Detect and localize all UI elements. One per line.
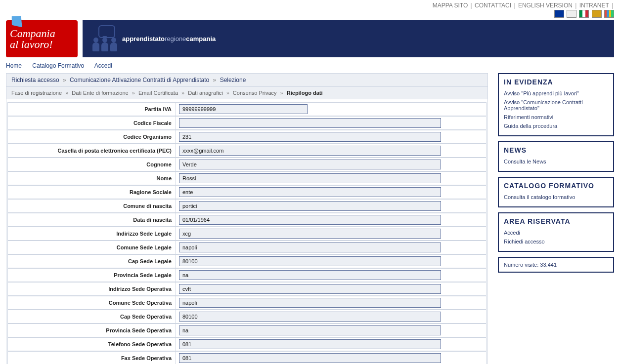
- label-ragione: Ragione Sociale: [7, 185, 176, 199]
- label-ind-legale: Indirizzo Sede Legale: [7, 227, 176, 241]
- summary-table: Partita IVA 99999999999 Codice Fiscale C…: [7, 102, 487, 364]
- crumb-richiesta-accesso[interactable]: Richiesta accesso: [11, 77, 59, 83]
- nav-catalogo[interactable]: Catalogo Formativo: [32, 62, 84, 69]
- logo-italy: [579, 10, 589, 18]
- chevron-right-icon: »: [181, 90, 184, 96]
- evidenza-item[interactable]: Guida della procedura: [504, 121, 608, 130]
- value-com-oper: napoli: [179, 298, 441, 308]
- label-com-oper: Comune Sede Operativa: [7, 296, 176, 310]
- link-mappa-sito[interactable]: MAPPA SITO: [433, 2, 468, 9]
- label-cap-legale: Cap Sede Legale: [7, 254, 176, 268]
- label-org: Codice Organismo: [7, 130, 176, 144]
- box-title: AREA RISERVATA: [504, 217, 608, 225]
- logo-emblem: [567, 10, 576, 18]
- logo-line2: al lavoro!: [10, 39, 74, 50]
- news-item[interactable]: Consulta le News: [504, 157, 608, 166]
- value-data-nasc: 01/01/1964: [179, 215, 441, 225]
- box-catalogo: CATALOGO FORMATIVO Consulta il catalogo …: [498, 177, 614, 207]
- label-com-legale: Comune Sede Legale: [7, 241, 176, 254]
- area-item-richiedi[interactable]: Richiedi accesso: [504, 237, 608, 246]
- box-title: CATALOGO FORMATIVO: [504, 182, 608, 190]
- evidenza-item[interactable]: Avviso "Più apprendi più lavori": [504, 89, 608, 98]
- step-privacy: Consenso Privacy: [233, 90, 277, 96]
- link-intranet[interactable]: INTRANET: [579, 2, 609, 9]
- box-area-riservata: AREA RISERVATA Accedi Richiedi accesso: [498, 212, 614, 252]
- box-title: IN EVIDENZA: [504, 78, 608, 86]
- separator: |: [514, 2, 515, 9]
- value-com-legale: napoli: [179, 243, 441, 252]
- value-cognome: Verde: [179, 160, 441, 169]
- chevron-right-icon: »: [65, 90, 68, 96]
- visits-value: 33.441: [540, 262, 557, 268]
- value-ind-legale: xcg: [179, 229, 441, 239]
- crumb-comunicazione[interactable]: Comunicazione Attivazione Contratti di A…: [70, 77, 209, 83]
- nav-home[interactable]: Home: [6, 62, 22, 69]
- evidenza-item[interactable]: Riferimenti normativi: [504, 113, 608, 121]
- logo-region: [592, 10, 602, 18]
- site-logo[interactable]: Campania al lavoro!: [6, 20, 78, 57]
- visits-counter: Numero visite: 33.441: [498, 257, 614, 273]
- chevron-right-icon: »: [213, 77, 217, 83]
- chevron-right-icon: »: [132, 90, 135, 96]
- breadcrumb-wizard: Fase di registrazione » Dati Ente di for…: [6, 87, 488, 99]
- label-pec: Casella di posta elettronica certificata…: [7, 144, 176, 158]
- value-cap-legale: 80100: [179, 256, 441, 266]
- area-item-accedi[interactable]: Accedi: [504, 228, 608, 237]
- chevron-right-icon: »: [63, 77, 66, 83]
- value-ragione: ente: [179, 187, 441, 197]
- label-prov-oper: Provincia Sede Operativa: [7, 324, 176, 337]
- link-contattaci[interactable]: CONTATTACI: [475, 2, 511, 9]
- main-content: Richiesta accesso » Comunicazione Attiva…: [6, 73, 488, 364]
- main-nav: Home Catalogo Formativo Accedi: [0, 57, 620, 73]
- value-com-nasc: portici: [179, 201, 441, 211]
- banner-text: apprendistatoregionecampania: [122, 35, 216, 42]
- value-nome: Rossi: [179, 173, 441, 183]
- chevron-right-icon: »: [226, 90, 229, 96]
- step-email: Email Certificata: [138, 90, 178, 96]
- link-english-version[interactable]: ENGLISH VERSION: [518, 2, 573, 9]
- value-cf: [179, 118, 441, 128]
- crumb-selezione[interactable]: Selezione: [220, 77, 246, 83]
- header-banner: apprendistatoregionecampania: [83, 20, 614, 57]
- chevron-right-icon: »: [280, 90, 283, 96]
- box-in-evidenza: IN EVIDENZA Avviso "Più apprendi più lav…: [498, 73, 614, 136]
- logo-eu: [554, 10, 564, 18]
- value-piva: 99999999999: [179, 104, 308, 114]
- box-title: NEWS: [504, 146, 608, 154]
- value-prov-legale: na: [179, 270, 441, 280]
- visits-label: Numero visite:: [504, 262, 538, 268]
- nav-accedi[interactable]: Accedi: [94, 62, 112, 69]
- label-nome: Nome: [7, 171, 176, 185]
- separator: |: [471, 2, 472, 9]
- value-org: 231: [179, 132, 441, 142]
- label-fax-oper: Fax Sede Operativa: [7, 351, 176, 364]
- value-fax-oper: 081: [179, 353, 441, 363]
- label-com-nasc: Comune di nascita: [7, 199, 176, 213]
- separator: |: [575, 2, 576, 9]
- separator: |: [612, 2, 613, 9]
- label-cognome: Cognome: [7, 158, 176, 171]
- value-prov-oper: na: [179, 325, 441, 335]
- step-fase: Fase di registrazione: [11, 90, 62, 96]
- label-tel-oper: Telefono Sede Operativa: [7, 337, 176, 351]
- step-dati-ente: Dati Ente di formazione: [72, 90, 128, 96]
- label-data-nasc: Data di nascita: [7, 213, 176, 227]
- value-pec: xxxx@gmail.com: [179, 146, 441, 156]
- summary-form: Partita IVA 99999999999 Codice Fiscale C…: [6, 99, 488, 364]
- sidebar: IN EVIDENZA Avviso "Più apprendi più lav…: [498, 73, 614, 364]
- label-prov-legale: Provincia Sede Legale: [7, 268, 176, 282]
- breadcrumb-primary: Richiesta accesso » Comunicazione Attiva…: [6, 73, 488, 87]
- header: Campania al lavoro! apprendistatoregione…: [0, 20, 620, 57]
- box-news: NEWS Consulta le News: [498, 141, 614, 172]
- catalogo-item[interactable]: Consulta il catalogo formativo: [504, 193, 608, 202]
- label-cf: Codice Fiscale: [7, 116, 176, 130]
- logo-line1: Campania: [10, 28, 74, 39]
- label-cap-oper: Cap Sede Operativa: [7, 310, 176, 324]
- logo-program: [604, 10, 614, 18]
- label-ind-oper: Indirizzo Sede Operativa: [7, 282, 176, 296]
- value-ind-oper: cvft: [179, 284, 441, 294]
- top-utility-nav: MAPPA SITO | CONTATTACI | ENGLISH VERSIO…: [0, 0, 620, 10]
- evidenza-item[interactable]: Avviso "Comunicazione Contratti Apprendi…: [504, 98, 608, 113]
- value-cap-oper: 80100: [179, 312, 441, 322]
- institutional-logos: [0, 10, 620, 20]
